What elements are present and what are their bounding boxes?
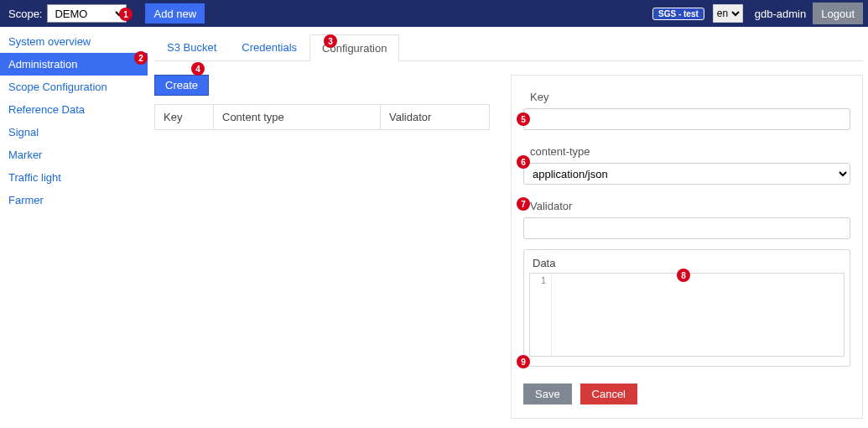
language-select[interactable]: en [713, 4, 743, 23]
content-area: S3 Bucket Credentials Configuration Crea… [148, 27, 868, 428]
user-label: gdb-admin [755, 8, 806, 20]
data-editor-box: Data 1 [523, 249, 850, 367]
scope-select[interactable]: DEMO [47, 4, 127, 23]
key-field-label: Key [530, 91, 850, 103]
content-type-label: content-type [530, 145, 850, 158]
sidebar-item-marker[interactable]: Marker [0, 144, 148, 166]
code-gutter: 1 [530, 274, 552, 356]
tab-s3-bucket[interactable]: S3 Bucket [154, 34, 229, 60]
annotation-marker-7: 7 [517, 197, 530, 211]
sidebar-item-traffic-light[interactable]: Traffic light [0, 166, 148, 189]
annotation-marker-2: 2 [134, 51, 148, 65]
key-field[interactable] [523, 108, 850, 130]
add-new-button[interactable]: Add new [145, 3, 205, 23]
sidebar-item-signal[interactable]: Signal [0, 121, 148, 144]
validator-label: Validator [530, 200, 850, 212]
logout-button[interactable]: Logout [813, 3, 863, 24]
annotation-marker-3: 3 [324, 34, 337, 48]
cancel-button[interactable]: Cancel [580, 384, 637, 405]
col-validator: Validator [381, 105, 490, 130]
annotation-marker-5: 5 [517, 112, 530, 126]
content-type-select[interactable]: application/json [523, 163, 850, 185]
config-table: Key Content type Validator [154, 104, 490, 130]
validator-field[interactable] [523, 217, 850, 239]
config-list-panel: Create Key Content type Validator [154, 75, 490, 419]
sidebar-item-farmer[interactable]: Farmer [0, 189, 148, 211]
app-badge: SGS - test [652, 8, 704, 20]
sidebar-item-reference-data[interactable]: Reference Data [0, 98, 148, 121]
sidebar-item-administration[interactable]: Administration [0, 53, 148, 76]
code-textarea[interactable] [552, 274, 844, 356]
tab-bar: S3 Bucket Credentials Configuration [154, 34, 863, 61]
save-button[interactable]: Save [523, 384, 572, 405]
sidebar-item-scope-configuration[interactable]: Scope Configuration [0, 76, 148, 98]
col-key: Key [155, 105, 214, 130]
annotation-marker-9: 9 [517, 355, 530, 368]
col-content-type: Content type [214, 105, 381, 130]
annotation-marker-8: 8 [677, 269, 690, 282]
annotation-marker-6: 6 [517, 155, 530, 169]
sidebar-item-system-overview[interactable]: System overview [0, 30, 148, 53]
tab-credentials[interactable]: Credentials [229, 34, 309, 60]
annotation-marker-1: 1 [119, 8, 133, 21]
tab-configuration[interactable]: Configuration [309, 34, 399, 61]
annotation-marker-4: 4 [191, 62, 205, 76]
config-form-panel: Key content-type application/json Valida… [511, 75, 863, 419]
sidebar: System overview Administration Scope Con… [0, 27, 148, 428]
create-button[interactable]: Create [154, 75, 209, 96]
scope-label: Scope: [8, 8, 42, 20]
